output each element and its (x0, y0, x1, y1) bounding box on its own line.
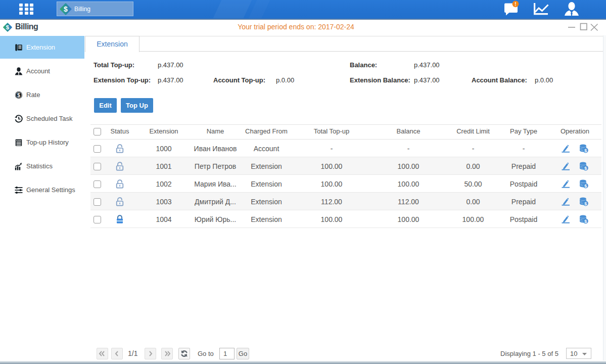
svg-text:!: ! (515, 2, 516, 7)
svg-text:$: $ (64, 5, 68, 13)
